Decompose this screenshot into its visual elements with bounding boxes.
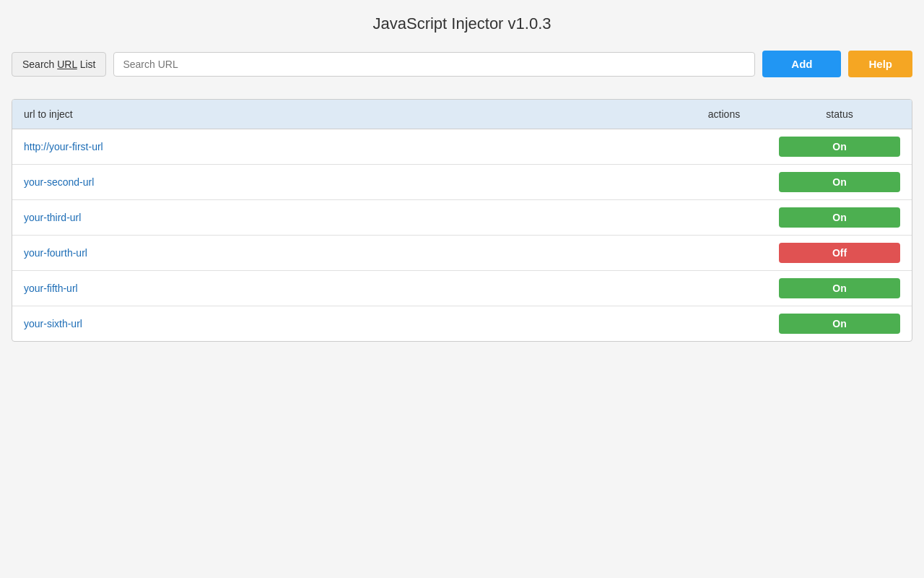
edit-button[interactable]: [716, 181, 719, 184]
delete-button[interactable]: [729, 251, 732, 254]
edit-button[interactable]: [716, 322, 719, 325]
url-cell: your-second-url: [12, 165, 681, 200]
url-table: url to inject actions status http://your…: [12, 100, 912, 341]
page-title: JavaScript Injector v1.0.3: [12, 14, 912, 33]
delete-button[interactable]: [729, 287, 732, 290]
table-row: your-fourth-url Off: [12, 236, 912, 271]
actions-cell: [681, 306, 767, 342]
status-toggle-button[interactable]: Off: [779, 243, 900, 263]
status-toggle-button[interactable]: On: [779, 137, 900, 157]
url-table-container: url to inject actions status http://your…: [12, 99, 912, 342]
help-button[interactable]: Help: [848, 51, 912, 77]
url-cell: http://your-first-url: [12, 129, 681, 165]
search-url-list-button[interactable]: Search URL List: [12, 52, 106, 77]
delete-button[interactable]: [729, 145, 732, 148]
url-cell: your-third-url: [12, 200, 681, 236]
actions-cell: [681, 236, 767, 271]
search-input[interactable]: [113, 52, 755, 77]
status-toggle-button[interactable]: On: [779, 172, 900, 192]
edit-button[interactable]: [716, 287, 719, 290]
table-row: your-second-url On: [12, 165, 912, 200]
actions-cell: [681, 271, 767, 306]
delete-button[interactable]: [729, 216, 732, 219]
actions-cell: [681, 200, 767, 236]
status-toggle-button[interactable]: On: [779, 314, 900, 334]
add-button[interactable]: Add: [762, 51, 841, 77]
status-cell: On: [767, 165, 912, 200]
toolbar: Search URL List Add Help: [12, 51, 912, 77]
status-cell: On: [767, 129, 912, 165]
delete-button[interactable]: [729, 322, 732, 325]
table-row: your-sixth-url On: [12, 306, 912, 342]
status-toggle-button[interactable]: On: [779, 207, 900, 228]
actions-cell: [681, 165, 767, 200]
table-row: your-third-url On: [12, 200, 912, 236]
status-cell: Off: [767, 236, 912, 271]
edit-button[interactable]: [716, 251, 719, 254]
col-header-actions: actions: [681, 100, 767, 129]
table-header-row: url to inject actions status: [12, 100, 912, 129]
url-cell: your-fourth-url: [12, 236, 681, 271]
col-header-status: status: [767, 100, 912, 129]
status-cell: On: [767, 271, 912, 306]
delete-button[interactable]: [729, 181, 732, 184]
url-cell: your-sixth-url: [12, 306, 681, 342]
actions-cell: [681, 129, 767, 165]
status-toggle-button[interactable]: On: [779, 278, 900, 298]
col-header-url: url to inject: [12, 100, 681, 129]
url-cell: your-fifth-url: [12, 271, 681, 306]
status-cell: On: [767, 200, 912, 236]
edit-button[interactable]: [716, 145, 719, 148]
table-row: your-fifth-url On: [12, 271, 912, 306]
status-cell: On: [767, 306, 912, 342]
edit-button[interactable]: [716, 216, 719, 219]
table-row: http://your-first-url On: [12, 129, 912, 165]
